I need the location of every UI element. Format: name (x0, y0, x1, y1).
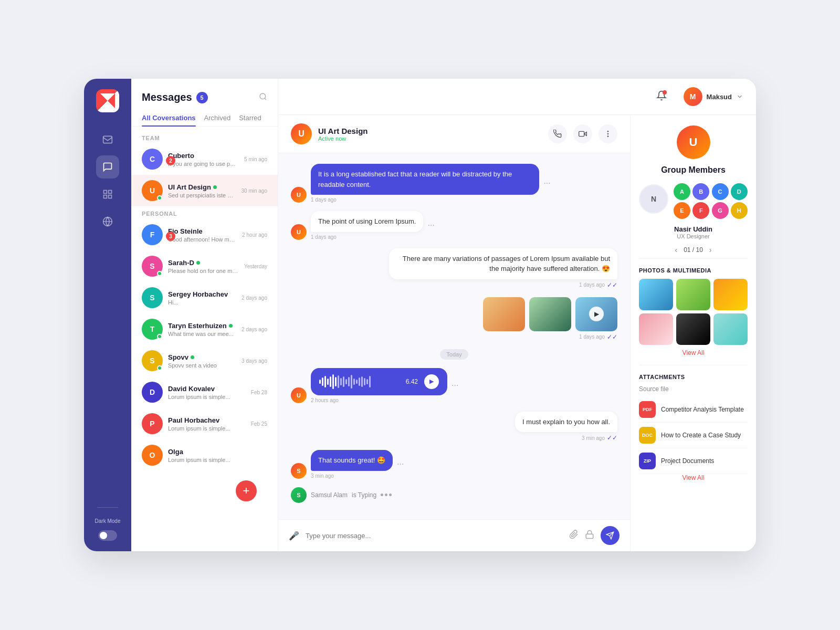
sarah-info: Sarah-D Please hold on for one moment... (168, 259, 239, 274)
conversation-taryn[interactable]: T Taryn Esterhuizen What time was our me… (131, 313, 278, 345)
conversation-ui-art-design[interactable]: U UI Art Design Sed ut perspiciatis iste… (131, 175, 278, 206)
search-button[interactable] (259, 92, 267, 103)
sergey-time: 2 days ago (242, 295, 267, 301)
photo-1[interactable] (639, 279, 673, 310)
paul-preview: Lorum ipsum is simple... (168, 425, 246, 432)
conversation-olga[interactable]: O Olga Lorum ipsum is simple... (131, 439, 278, 471)
taryn-info: Taryn Esterhuizen What time was our mee.… (168, 322, 236, 337)
media-thumb-color-3 (483, 297, 525, 331)
sidebar-item-messages[interactable] (96, 155, 119, 178)
attachment-name-2: How to Create a Case Study (661, 432, 741, 439)
member-avatar-4: D (731, 183, 748, 200)
message-input[interactable] (306, 532, 563, 540)
tab-all-conversations[interactable]: All Coversations (142, 110, 196, 126)
svg-point-12 (607, 133, 608, 134)
chat-contact-name: UI Art Design (318, 127, 542, 135)
send-button[interactable] (601, 526, 620, 545)
chat-header: U UI Art Design Active now (278, 115, 630, 153)
media-thumb-1[interactable]: ▶ (575, 297, 617, 331)
chat-header-info: UI Art Design Active now (318, 127, 542, 142)
view-all-attachments-link[interactable]: View All (639, 474, 748, 481)
wave-bar (359, 377, 360, 386)
message-3: There are many variations of passages of… (291, 248, 617, 289)
add-conversation-button[interactable]: + (236, 480, 257, 501)
message-time-emoji: 3 min ago (311, 473, 393, 479)
voice-more[interactable]: ··· (452, 381, 458, 390)
chat-actions (548, 124, 617, 143)
attachment-icon[interactable] (569, 530, 579, 541)
video-button[interactable] (573, 124, 592, 143)
message-more-2[interactable]: ··· (427, 220, 434, 230)
prev-member-button[interactable]: ‹ (675, 246, 677, 254)
svg-rect-5 (104, 195, 107, 198)
typing-dot-1 (381, 494, 383, 496)
svg-rect-14 (586, 534, 593, 538)
photo-2[interactable] (676, 279, 710, 310)
sidebar-item-mail[interactable] (96, 128, 119, 151)
message-content-2: The point of using Lorem Ipsum. 1 days a… (311, 211, 423, 240)
more-options-button[interactable] (598, 124, 617, 143)
conversation-cuberto[interactable]: C 2 Cuberto If you are going to use pass… (131, 143, 278, 175)
paul-time: Feb 25 (251, 421, 267, 427)
message-bubble-sent-2: I must explain to you how all. (515, 412, 617, 433)
phone-button[interactable] (548, 124, 567, 143)
conversation-sergey[interactable]: S Sergey Horbachev Hi... 2 days ago (131, 282, 278, 313)
message-more-1[interactable]: ··· (543, 178, 550, 188)
microphone-icon[interactable]: 🎤 (289, 531, 299, 541)
voice-time: 2 hours ago (311, 397, 447, 403)
notification-button[interactable] (656, 90, 667, 103)
typing-avatar: S (291, 487, 307, 503)
user-profile[interactable]: M Maksud (684, 87, 743, 106)
photo-3[interactable] (713, 279, 748, 310)
sidebar-item-grid[interactable] (96, 183, 119, 206)
photo-4[interactable] (639, 313, 673, 345)
view-all-photos-link[interactable]: View All (639, 349, 748, 356)
voice-play-button[interactable]: ▶ (424, 374, 439, 389)
message-2: U The point of using Lorem Ipsum. 1 days… (291, 211, 617, 240)
conversation-fio[interactable]: F 3 Fio Steinle Good afternoon! How may.… (131, 219, 278, 250)
voice-message-content: 6.42 ▶ 2 hours ago (311, 368, 447, 403)
media-thumb-2[interactable] (529, 297, 571, 331)
photos-section-title: PHOTOS & MULTIMEDIA (639, 267, 748, 274)
cuberto-time: 5 min ago (244, 156, 267, 162)
lock-icon[interactable] (585, 530, 594, 541)
emoji-msg-more[interactable]: ··· (397, 459, 404, 469)
photo-5[interactable] (676, 313, 710, 345)
david-time: Feb 28 (251, 390, 267, 395)
sender-avatar-emoji: S (291, 463, 307, 479)
attachment-zip[interactable]: ZIP Project Documents (639, 448, 748, 474)
top-bar: M Maksud (278, 79, 756, 115)
attachment-name-3: Project Documents (661, 457, 714, 465)
photo-6[interactable] (713, 313, 748, 345)
attachment-pdf[interactable]: PDF Competitor Analysis Template (639, 397, 748, 423)
typing-text: is Typing (352, 491, 376, 499)
typing-dot-2 (385, 494, 387, 496)
wave-bar (324, 376, 326, 387)
conversation-sarah[interactable]: S Sarah-D Please hold on for one moment.… (131, 250, 278, 282)
wave-bar (340, 378, 342, 385)
double-check-icon: ✓✓ (607, 281, 617, 289)
tab-archived[interactable]: Archived (204, 110, 231, 126)
paul-avatar: P (142, 413, 163, 434)
conversation-spovv[interactable]: S Spovv Spovv sent a video 3 days ago (131, 345, 278, 376)
play-button-1[interactable]: ▶ (589, 307, 604, 321)
uiad-info: UI Art Design Sed ut perspiciatis iste n… (168, 183, 236, 198)
svg-rect-2 (103, 136, 112, 143)
sidebar-item-globe[interactable] (96, 210, 119, 233)
conversation-david[interactable]: D David Kovalev Lorum ipsum is simple...… (131, 376, 278, 408)
divider-2 (639, 365, 748, 365)
david-avatar-wrap: D (142, 382, 163, 403)
chat-contact-avatar: U (291, 123, 312, 144)
conversation-paul[interactable]: P Paul Horbachev Lorum ipsum is simple..… (131, 408, 278, 439)
wave-bar (364, 378, 365, 385)
attachment-doc[interactable]: DOC How to Create a Case Study (639, 423, 748, 448)
media-thumb-3[interactable] (483, 297, 525, 331)
tab-starred[interactable]: Starred (239, 110, 261, 126)
uiad-time: 30 min ago (242, 188, 267, 194)
tabs-row: All Coversations Archived Starred (131, 110, 278, 127)
next-member-button[interactable]: › (709, 246, 712, 254)
message-content-emoji: That sounds great! 🤩 3 min ago (311, 450, 393, 479)
media-thumb-color-1: ▶ (575, 297, 617, 331)
dark-mode-toggle[interactable] (98, 530, 117, 541)
messages-panel: Messages 5 All Coversations Archived Sta… (131, 79, 278, 551)
